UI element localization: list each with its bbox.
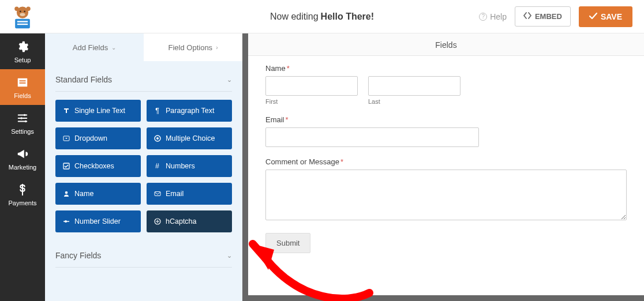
panel-tabs: Add Fields ⌄ Field Options › (45, 33, 242, 61)
slider-icon (62, 218, 70, 225)
field-email[interactable]: Email (147, 183, 232, 205)
comment-textarea[interactable] (265, 170, 627, 220)
required-mark: * (286, 115, 289, 124)
first-sublabel: First (265, 98, 358, 105)
last-name-input[interactable] (368, 76, 460, 96)
tab-field-options[interactable]: Field Options › (144, 33, 242, 61)
svg-rect-11 (20, 82, 26, 84)
required-mark: * (287, 64, 290, 73)
svg-point-14 (25, 121, 27, 123)
nav-fields[interactable]: Fields (0, 69, 45, 105)
svg-point-22 (65, 220, 67, 223)
code-icon (523, 12, 531, 21)
text-icon (62, 107, 70, 114)
radio-icon (153, 135, 161, 142)
field-hcaptcha[interactable]: hCaptcha (147, 210, 232, 232)
logo (0, 0, 45, 33)
hash-icon: # (153, 162, 161, 170)
shield-icon (153, 218, 161, 225)
preview-header: Fields (248, 33, 644, 56)
envelope-icon (153, 190, 161, 197)
nav-setup[interactable]: Setup (0, 33, 45, 69)
chevron-down-icon: ⌄ (227, 252, 232, 259)
form-field-comment[interactable]: Comment or Message* (265, 157, 627, 223)
first-name-input[interactable] (265, 76, 358, 96)
required-mark: * (340, 157, 343, 166)
gear-icon (2, 40, 43, 54)
field-name[interactable]: Name (55, 183, 141, 205)
page-title: Now editing Hello There! (270, 12, 374, 22)
email-input[interactable] (265, 127, 479, 147)
svg-point-2 (26, 6, 30, 10)
help-icon: ? (479, 13, 487, 21)
svg-point-19 (65, 191, 68, 194)
nav-payments[interactable]: Payments (0, 176, 45, 212)
preview-body: Name* First Last (248, 56, 644, 295)
fields-panel: Add Fields ⌄ Field Options › Standard Fi… (45, 33, 248, 301)
svg-point-13 (20, 117, 23, 119)
field-single-line-text[interactable]: Single Line Text (55, 100, 141, 122)
form-name: Hello There! (321, 12, 374, 22)
form-field-email[interactable]: Email* (265, 115, 627, 147)
check-icon (589, 12, 597, 21)
embed-button[interactable]: EMBED (515, 6, 571, 27)
form-icon (2, 76, 43, 90)
topbar: Now editing Hello There! ? Help EMBED SA… (0, 0, 644, 33)
nav-settings[interactable]: Settings (0, 105, 45, 141)
group-fancy-fields[interactable]: Fancy Fields ⌄ (55, 243, 232, 268)
chevron-right-icon: › (216, 44, 218, 51)
dropdown-icon (62, 135, 70, 142)
editing-prefix: Now editing (270, 12, 319, 22)
svg-point-3 (20, 10, 21, 12)
submit-button[interactable]: Submit (265, 233, 310, 253)
comment-label: Comment or Message* (265, 157, 627, 166)
chevron-down-icon: ⌄ (227, 76, 232, 84)
last-sublabel: Last (368, 98, 460, 105)
panel-scroll[interactable]: Standard Fields ⌄ Single Line Text ¶ Par… (45, 61, 242, 301)
sliders-icon (2, 112, 43, 126)
svg-rect-8 (17, 23, 28, 24)
megaphone-icon (2, 148, 43, 161)
form-field-name[interactable]: Name* First Last (265, 64, 627, 105)
chevron-down-icon: ⌄ (111, 44, 116, 51)
svg-point-1 (14, 6, 18, 10)
field-multiple-choice[interactable]: Multiple Choice (147, 127, 232, 149)
svg-rect-20 (155, 192, 160, 196)
dollar-icon (2, 183, 43, 197)
svg-rect-6 (15, 18, 30, 28)
svg-point-12 (24, 114, 26, 116)
field-numbers[interactable]: # Numbers (147, 155, 232, 177)
checkbox-icon (62, 163, 70, 170)
field-number-slider[interactable]: Number Slider (55, 210, 141, 232)
paragraph-icon: ¶ (153, 107, 161, 115)
save-button[interactable]: SAVE (579, 6, 632, 27)
svg-point-17 (156, 137, 159, 140)
svg-rect-10 (20, 80, 26, 81)
svg-point-5 (20, 13, 25, 16)
tab-add-fields[interactable]: Add Fields ⌄ (45, 33, 144, 61)
email-label: Email* (265, 115, 627, 124)
user-icon (62, 190, 70, 197)
svg-rect-7 (17, 21, 28, 22)
field-paragraph-text[interactable]: ¶ Paragraph Text (147, 100, 232, 122)
nav-marketing[interactable]: Marketing (0, 141, 45, 176)
field-checkboxes[interactable]: Checkboxes (55, 155, 141, 177)
help-link[interactable]: ? Help (479, 12, 507, 21)
svg-point-4 (24, 10, 25, 12)
name-label: Name* (265, 64, 627, 73)
left-nav: Setup Fields Settings Marketing (0, 33, 45, 301)
field-dropdown[interactable]: Dropdown (55, 127, 141, 149)
preview-area: Fields Name* First Last (248, 33, 644, 301)
group-standard-fields[interactable]: Standard Fields ⌄ (55, 67, 232, 92)
